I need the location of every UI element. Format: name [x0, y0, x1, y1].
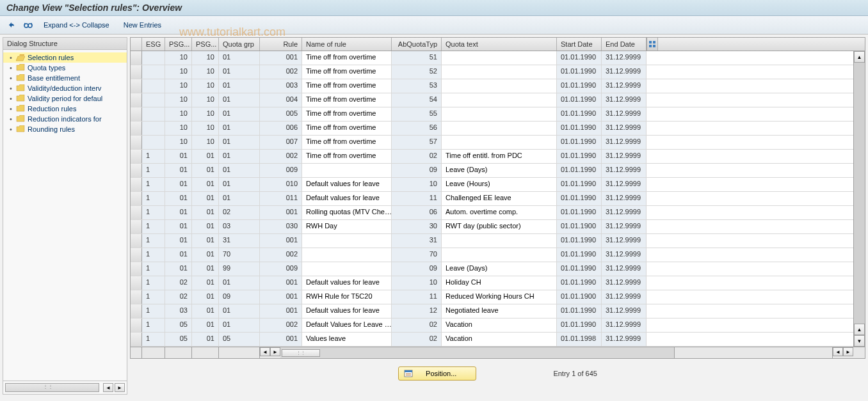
column-abquotatyp[interactable]: AbQuotaTyp	[392, 38, 442, 51]
row-selector[interactable]	[131, 206, 142, 219]
row-selector[interactable]	[131, 276, 142, 290]
sidebar-scroll-right-icon[interactable]: ►	[115, 383, 125, 392]
cell-name[interactable]: Time off from overtime	[302, 79, 392, 93]
column-start-date[interactable]: Start Date	[557, 38, 602, 51]
row-selector[interactable]	[131, 107, 142, 121]
cell-name[interactable]: Time off from overtime	[302, 107, 392, 121]
cell-name[interactable]: Time off from overtime	[302, 65, 392, 79]
hscroll-thumb[interactable]: ⋮⋮	[282, 349, 320, 357]
cell-quota-text[interactable]: RWT day (public sector)	[442, 220, 557, 233]
row-selector[interactable]	[131, 290, 142, 304]
cell-name[interactable]: Time off from overtime	[302, 93, 392, 107]
row-selector[interactable]	[131, 150, 142, 163]
row-selector[interactable]	[131, 122, 142, 135]
hscroll-track-1[interactable]: ⋮⋮	[280, 347, 674, 358]
cell-name[interactable]: Time off from overtime	[302, 150, 392, 163]
cell-quota-text[interactable]: Leave (Hours)	[442, 178, 557, 191]
cell-quota-text[interactable]: Holiday CH	[442, 276, 557, 290]
tree-item[interactable]: • Reduction rules	[3, 104, 127, 114]
cell-quota-text[interactable]: Challenged EE leave	[442, 192, 557, 205]
sidebar-scroll-left-icon[interactable]: ◄	[103, 383, 113, 392]
scroll-track[interactable]	[854, 63, 865, 324]
cell-quota-text[interactable]	[442, 51, 557, 65]
cell-name[interactable]: Default Values for Leave …	[302, 318, 392, 332]
cell-name[interactable]	[302, 248, 392, 262]
cell-quota-text[interactable]	[442, 65, 557, 79]
select-all-header[interactable]	[131, 38, 142, 51]
cell-quota-text[interactable]	[442, 234, 557, 248]
scroll-up2-icon[interactable]: ▲	[854, 324, 865, 335]
cell-name[interactable]: Values leave	[302, 333, 392, 346]
tree-item[interactable]: • Quota types	[3, 63, 127, 73]
scroll-up-icon[interactable]: ▲	[854, 51, 865, 63]
row-selector[interactable]	[131, 248, 142, 262]
row-selector[interactable]	[131, 234, 142, 248]
row-selector[interactable]	[131, 51, 142, 65]
expand-collapse-button[interactable]: Expand <-> Collapse	[40, 20, 113, 30]
cell-quota-text[interactable]: Negotiated leave	[442, 304, 557, 318]
row-selector[interactable]	[131, 65, 142, 79]
column-quota-text[interactable]: Quota text	[442, 38, 557, 51]
tree-item[interactable]: • Reduction indicators for	[3, 114, 127, 124]
row-selector[interactable]	[131, 192, 142, 205]
row-selector[interactable]	[131, 318, 142, 332]
cell-name[interactable]: RWH Day	[302, 220, 392, 233]
cell-name[interactable]: RWH Rule for T5C20	[302, 290, 392, 304]
new-entries-button[interactable]: New Entries	[120, 20, 165, 30]
cell-name[interactable]	[302, 164, 392, 177]
cell-quota-text[interactable]: Leave (Days)	[442, 262, 557, 276]
row-selector[interactable]	[131, 164, 142, 177]
cell-quota-text[interactable]	[442, 93, 557, 107]
cell-quota-text[interactable]	[442, 107, 557, 121]
tree-item[interactable]: • Rounding rules	[3, 124, 127, 134]
cell-quota-text[interactable]: Reduced Working Hours CH	[442, 290, 557, 304]
tree-item[interactable]: • Validity/deduction interv	[3, 83, 127, 93]
cell-quota-text[interactable]	[442, 79, 557, 93]
tree-item[interactable]: • Selection rules	[3, 52, 127, 63]
cell-quota-text[interactable]: Time off entitl. from PDC	[442, 150, 557, 163]
hscroll-left2-icon[interactable]: ◄	[833, 347, 843, 356]
hscroll-right2-icon[interactable]: ►	[843, 347, 853, 356]
column-psg1[interactable]: PSG...	[165, 38, 192, 51]
cell-name[interactable]	[302, 234, 392, 248]
undo-icon[interactable]	[6, 20, 17, 30]
row-selector[interactable]	[131, 220, 142, 233]
row-selector[interactable]	[131, 79, 142, 93]
column-name[interactable]: Name of rule	[302, 38, 392, 51]
cell-quota-text[interactable]	[442, 122, 557, 135]
column-esg[interactable]: ESG	[142, 38, 165, 51]
tree-item[interactable]: • Validity period for defaul	[3, 93, 127, 104]
cell-name[interactable]: Rolling quotas (MTV Che…	[302, 206, 392, 219]
column-psg2[interactable]: PSG...	[192, 38, 219, 51]
cell-quota-text[interactable]: Autom. overtime comp.	[442, 206, 557, 219]
table-settings-icon[interactable]	[647, 38, 657, 51]
column-rule[interactable]: Rule	[260, 38, 302, 51]
cell-quota-text[interactable]: Vacation	[442, 318, 557, 332]
cell-name[interactable]: Default values for leave	[302, 276, 392, 290]
hscroll-left-icon[interactable]: ◄	[260, 347, 270, 356]
cell-name[interactable]: Time off from overtime	[302, 136, 392, 149]
cell-name[interactable]	[302, 262, 392, 276]
glasses-icon[interactable]	[23, 20, 33, 30]
cell-quota-text[interactable]: Vacation	[442, 333, 557, 346]
column-quota-grp[interactable]: Quota grp	[219, 38, 260, 51]
hscroll-right-icon[interactable]: ►	[270, 347, 280, 356]
cell-name[interactable]: Default values for leave	[302, 178, 392, 191]
sidebar-scroll-track[interactable]	[5, 383, 99, 392]
cell-name[interactable]: Default values for leave	[302, 304, 392, 318]
row-selector[interactable]	[131, 93, 142, 107]
row-selector[interactable]	[131, 304, 142, 318]
row-selector[interactable]	[131, 262, 142, 276]
cell-quota-text[interactable]	[442, 248, 557, 262]
row-selector[interactable]	[131, 136, 142, 149]
position-button[interactable]: Position...	[398, 366, 476, 381]
cell-name[interactable]: Default values for leave	[302, 192, 392, 205]
cell-name[interactable]: Time off from overtime	[302, 122, 392, 135]
cell-name[interactable]: Time off from overtime	[302, 51, 392, 65]
scroll-down-icon[interactable]: ▼	[854, 335, 865, 347]
tree-item[interactable]: • Base entitlement	[3, 73, 127, 83]
cell-quota-text[interactable]	[442, 136, 557, 149]
row-selector[interactable]	[131, 178, 142, 191]
row-selector[interactable]	[131, 333, 142, 346]
cell-quota-text[interactable]: Leave (Days)	[442, 164, 557, 177]
